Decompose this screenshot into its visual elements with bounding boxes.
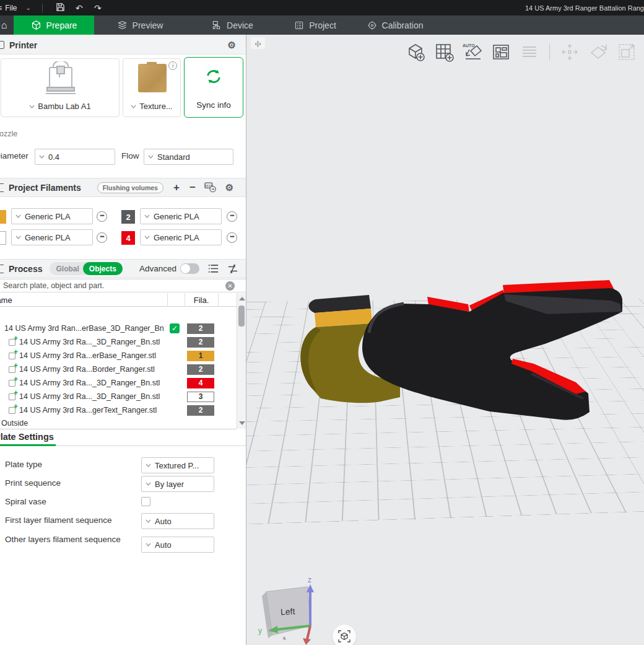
print-sequence-label: Print sequence [5,478,61,488]
file-menu[interactable]: File [5,4,17,12]
process-scope-toggle[interactable]: Global Objects [50,262,122,275]
object-row-4[interactable]: 14 US Army 3rd Ra..._3D_Ranger_Bn.stl 4 [0,376,237,390]
redo-icon[interactable]: ↷ [89,3,107,13]
filament-badge[interactable]: 2 [187,364,214,375]
add-plate-icon[interactable] [433,41,455,63]
filament-1-select[interactable]: Generic PLA [11,208,93,224]
chevron-down-icon[interactable]: ⌄ [26,4,31,11]
toolbar-divider [549,43,550,61]
filament-1-more-icon[interactable]: ••• [97,211,107,222]
search-clear-icon[interactable]: ✕ [225,281,235,291]
search-input[interactable] [0,281,225,291]
filament-3-swatch[interactable] [0,231,6,245]
add-filament-icon[interactable]: + [173,182,180,194]
filament-settings-gear-icon[interactable]: ⚙ [225,182,233,193]
printer-section-icon [0,41,4,49]
filament-badge[interactable]: 3 [187,392,214,402]
filament-sync-icon[interactable] [204,182,217,193]
object-row-3[interactable]: 14 US Army 3rd Ra...Border_Ranger.stl 2 [0,362,237,376]
move-icon[interactable] [559,41,581,63]
scale-icon[interactable] [616,41,638,63]
svg-text:x: x [282,634,287,641]
nav-cube[interactable]: Left z y x [257,576,325,645]
view-orientation-button[interactable] [333,625,356,645]
tab-project-label: Project [309,20,336,30]
printer-card[interactable]: Bambu Lab A1 [1,58,120,117]
object-row-6[interactable]: 14 US Army 3rd Ra...gerText_Ranger.stl 2 [0,403,237,417]
object-row-5[interactable]: 14 US Army 3rd Ra..._3D_Ranger_Bn.stl 3 [0,390,237,403]
tab-device[interactable]: Device [186,15,279,35]
plate-settings-tab[interactable]: Plate Settings [0,431,246,446]
viewport-3d[interactable]: ‹|› AUTO [246,35,644,645]
chevron-down-icon [146,482,151,486]
scope-global[interactable]: Global [50,265,85,273]
rotate-icon[interactable] [587,41,609,63]
remove-filament-icon[interactable]: − [189,182,196,194]
object-row-0[interactable]: 14 US Army 3rd Ran...erBase_3D_Ranger_Bn… [0,322,237,335]
scope-objects[interactable]: Objects [83,262,123,275]
plate-select[interactable]: Texture... [123,102,180,111]
model-3d[interactable] [285,276,632,428]
other-layers-sequence-select[interactable]: Auto [141,537,214,553]
spiral-vase-checkbox[interactable] [141,497,150,506]
nozzle-diameter-select[interactable]: 0.4 [35,149,115,165]
filament-4-select[interactable]: Generic PLA [140,229,222,245]
filament-3-more-icon[interactable]: ••• [97,232,107,243]
print-sequence-select[interactable]: By layer [141,476,214,492]
tab-preview[interactable]: Preview [94,15,186,35]
tab-project[interactable]: Project [279,15,352,35]
tab-calibration[interactable]: Calibration [352,15,438,35]
sync-info-button[interactable]: Sync info [184,57,243,118]
arrange-icon[interactable] [490,41,512,63]
object-visible-checkbox[interactable]: ✓ [170,323,180,333]
outside-row[interactable]: Outside [0,418,237,429]
printer-select[interactable]: Bambu Lab A1 [1,102,119,111]
process-list-icon[interactable] [208,264,219,273]
add-object-icon[interactable] [404,41,427,63]
info-icon[interactable]: i [168,61,177,70]
device-icon [211,20,222,30]
auto-orient-icon[interactable]: AUTO [461,41,484,63]
chevron-down-icon [131,105,136,108]
filament-4-swatch[interactable]: 4 [121,231,135,245]
filament-3-select[interactable]: Generic PLA [11,229,93,245]
filament-badge[interactable]: 2 [187,323,214,334]
compare-presets-icon[interactable] [227,264,238,274]
filament-2-select[interactable]: Generic PLA [140,208,222,224]
filament-3-material: Generic PLA [25,233,71,242]
filament-2-more-icon[interactable]: ••• [227,211,237,222]
diameter-value: 0.4 [48,152,59,162]
tab-home[interactable]: ⌂ [0,15,14,35]
flushing-volumes-button[interactable]: Flushing volumes [97,182,163,193]
chevron-down-icon [39,155,45,159]
object-row-1[interactable]: 14 US Army 3rd Ra..._3D_Ranger_Bn.stl 2 [0,335,237,349]
name-column-header: Name [0,296,12,305]
plate-type-select[interactable]: Textured P... [141,457,214,473]
filament-2-material: Generic PLA [154,212,199,221]
filament-badge[interactable]: 2 [187,405,214,416]
filament-2-swatch[interactable]: 2 [121,210,135,224]
scroll-down-icon[interactable] [239,421,245,425]
advanced-label: Advanced [139,264,176,273]
part-plus-icon [9,407,15,414]
object-list-scrollbar[interactable] [237,293,246,429]
object-row-2[interactable]: 14 US Army 3rd Ra...erBase_Ranger.stl 1 [0,349,237,362]
filament-badge[interactable]: 2 [187,337,214,348]
sidebar-collapse-handle[interactable]: ‹|› [251,37,265,49]
scrollbar-thumb[interactable] [238,305,245,327]
first-layer-sequence-select[interactable]: Auto [141,513,214,529]
flow-select[interactable]: Standard [144,149,233,165]
build-plate-card[interactable]: i Texture... [123,58,181,117]
filament-badge[interactable]: 4 [187,378,214,388]
tab-prepare[interactable]: Prepare [14,15,94,35]
scroll-up-icon[interactable] [239,297,245,301]
svg-text:AUTO: AUTO [463,43,475,48]
printer-settings-gear-icon[interactable]: ⚙ [228,40,236,51]
undo-icon[interactable]: ↶ [70,3,89,13]
filament-4-more-icon[interactable]: ••• [227,232,237,243]
filament-1-swatch[interactable] [0,210,6,224]
save-icon[interactable] [51,2,70,14]
menu-icon[interactable]: ≡ [0,3,2,13]
filament-badge[interactable]: 1 [187,351,214,361]
advanced-toggle[interactable] [180,263,199,274]
